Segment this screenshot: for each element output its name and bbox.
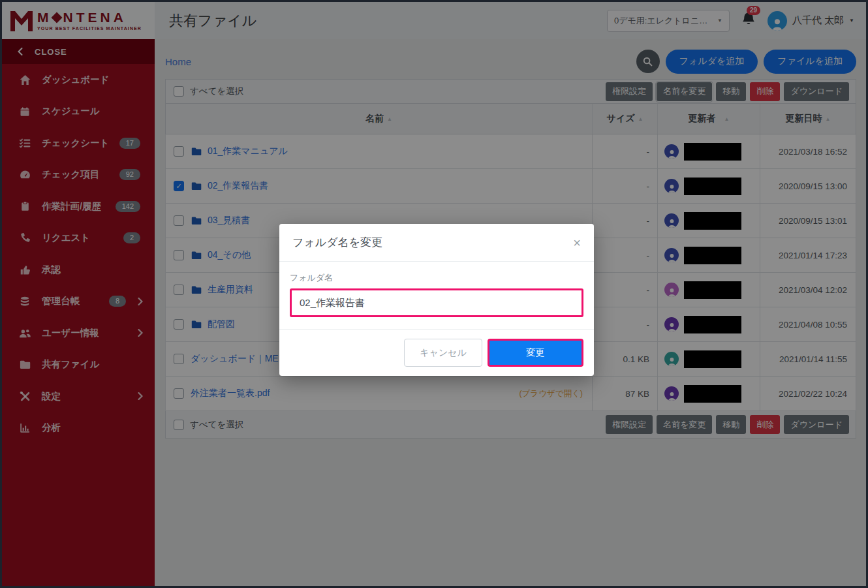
folder-name-label: フォルダ名 [290, 272, 583, 284]
cancel-button[interactable]: キャンセル [404, 339, 482, 367]
submit-rename-button[interactable]: 変更 [488, 339, 583, 367]
app-window: MNTENA YOUR BEST FACILITIES MAINTAINER 共… [0, 0, 868, 588]
folder-name-input[interactable] [290, 288, 583, 317]
rename-folder-dialog: フォルダ名を変更 × フォルダ名 キャンセル 変更 [279, 224, 594, 376]
dialog-title: フォルダ名を変更 [292, 235, 382, 250]
close-icon[interactable]: × [573, 236, 581, 249]
